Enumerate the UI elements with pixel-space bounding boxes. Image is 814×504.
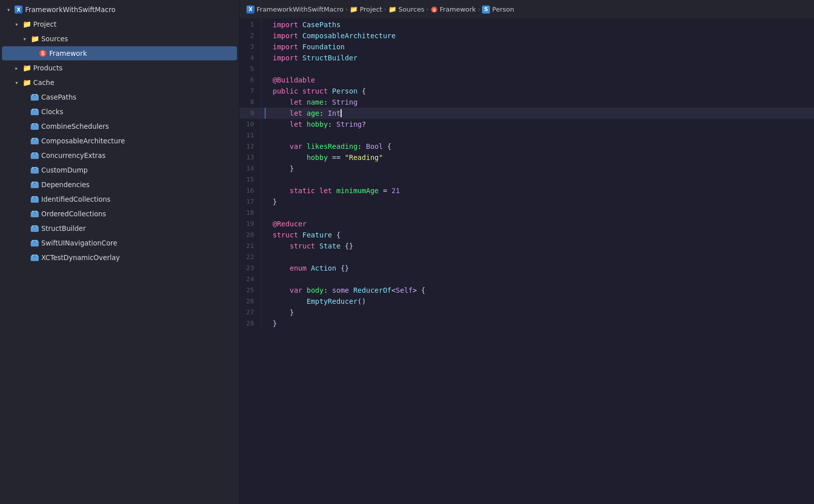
disclosure-triangle[interactable]: ▾ [21,36,28,42]
breadcrumb-item-xcode[interactable]: XFrameworkWithSwiftMacro [247,6,344,14]
disclosure-triangle[interactable]: ▾ [13,80,20,86]
line-number: 21 [239,240,262,251]
line-gutter [262,74,266,86]
package-icon [30,253,39,262]
code-line[interactable]: 7public struct Person { [239,86,814,97]
line-number: 1 [239,19,262,30]
breadcrumb-item-framework[interactable]: SFramework [431,6,476,13]
code-line[interactable]: 2import ComposableArchitecture [239,30,814,41]
code-line[interactable]: 13 hobby == "Reading" [239,152,814,163]
code-line[interactable]: 21 struct State {} [239,240,814,251]
breadcrumb-item-person[interactable]: SPerson [482,6,514,14]
code-line[interactable]: 10 let hobby: String? [239,119,814,130]
sidebar-item-label: CustomDump [41,166,88,174]
line-number: 28 [239,318,262,329]
line-gutter [262,185,266,196]
sidebar-item-orderedcollections[interactable]: OrderedCollections [2,207,237,221]
sidebar-item-label: StructBuilder [41,224,86,232]
sidebar-item-project[interactable]: ▾📁Project [2,17,237,31]
sidebar-item-clocks[interactable]: Clocks [2,105,237,119]
sidebar-item-label: CasePaths [41,93,76,101]
code-line[interactable]: 9 let age: Int [239,108,814,119]
sidebar-item-identifiedcollections[interactable]: IdentifiedCollections [2,192,237,206]
sidebar-item-dependencies[interactable]: Dependencies [2,178,237,192]
line-content [266,207,814,218]
code-view[interactable]: 1import CasePaths2import ComposableArchi… [239,19,814,504]
sidebar-item-casepaths[interactable]: CasePaths [2,90,237,104]
line-content: var likesReading: Bool { [266,141,814,152]
line-gutter [262,86,266,97]
line-content: public struct Person { [266,86,814,97]
sidebar-item-label: Products [33,64,62,72]
line-content: let name: String [266,97,814,108]
line-number: 25 [239,285,262,296]
code-line[interactable]: 4import StructBuilder [239,52,814,63]
code-line[interactable]: 11 [239,130,814,141]
sidebar-item-products[interactable]: ▸📁Products [2,61,237,75]
disclosure-triangle[interactable]: ▾ [13,22,20,27]
line-gutter [262,130,266,141]
line-gutter [262,251,266,263]
svg-rect-19 [33,168,36,169]
line-gutter [262,163,266,174]
code-line[interactable]: 27 } [239,307,814,318]
line-number: 18 [239,207,262,218]
breadcrumb-separator: › [384,6,386,13]
sidebar-item-structbuilder[interactable]: StructBuilder [2,221,237,235]
line-content: var body: some ReducerOf<Self> { [266,285,814,296]
sidebar-item-concurrencyextras[interactable]: ConcurrencyExtras [2,148,237,162]
code-line[interactable]: 1import CasePaths [239,19,814,30]
package-icon [30,122,39,131]
code-line[interactable]: 17} [239,196,814,207]
svg-rect-13 [33,139,36,140]
code-line[interactable]: 12 var likesReading: Bool { [239,141,814,152]
breadcrumb-item-sources[interactable]: 📁Sources [388,6,424,13]
code-line[interactable]: 20struct Feature { [239,229,814,240]
code-line[interactable]: 26 EmptyReducer() [239,296,814,307]
line-content: } [266,163,814,174]
line-gutter [262,119,266,130]
disclosure-triangle[interactable]: ▸ [13,65,20,71]
code-line[interactable]: 6@Buildable [239,74,814,86]
sidebar-item-label: CombineSchedulers [41,122,109,130]
sidebar-item-framework[interactable]: SFramework [2,46,237,60]
breadcrumb-label: Person [492,6,514,13]
sidebar-item-customdump[interactable]: CustomDump [2,163,237,177]
line-content: @Reducer [266,218,814,229]
sidebar-item-swiftuinavcore[interactable]: SwiftUINavigationCore [2,236,237,250]
line-content: struct State {} [266,240,814,251]
svg-rect-37 [33,256,36,257]
code-line[interactable]: 14 } [239,163,814,174]
code-line[interactable]: 16 static let minimumAge = 21 [239,185,814,196]
disclosure-triangle[interactable]: ▾ [5,7,12,13]
code-line[interactable]: 8 let name: String [239,97,814,108]
svg-text:S: S [41,51,45,56]
code-line[interactable]: 24 [239,274,814,285]
sidebar-item-root[interactable]: ▾XFrameworkWithSwiftMacro [2,3,237,17]
code-line[interactable]: 25 var body: some ReducerOf<Self> { [239,285,814,296]
sidebar-item-cache[interactable]: ▾📁Cache [2,75,237,90]
line-content: EmptyReducer() [266,296,814,307]
code-line[interactable]: 19@Reducer [239,218,814,229]
package-icon [30,195,39,204]
code-line[interactable]: 3import Foundation [239,41,814,52]
code-line[interactable]: 22 [239,251,814,263]
package-icon [30,209,39,218]
line-content [266,130,814,141]
breadcrumb-separator: › [478,6,480,13]
sidebar-item-xctestdynamicoverlay[interactable]: XCTestDynamicOverlay [2,250,237,265]
breadcrumb-label: FrameworkWithSwiftMacro [257,6,344,13]
code-line[interactable]: 5 [239,63,814,74]
sidebar-item-combineschedulers[interactable]: CombineSchedulers [2,119,237,133]
line-content [266,274,814,285]
sidebar-item-composablearch[interactable]: ComposableArchitecture [2,134,237,148]
line-number: 5 [239,63,262,74]
line-gutter [262,196,266,207]
code-line[interactable]: 23 enum Action {} [239,263,814,274]
code-line[interactable]: 15 [239,174,814,185]
code-line[interactable]: 28} [239,318,814,329]
line-content: let age: Int [266,108,814,119]
breadcrumb-item-project[interactable]: 📁Project [350,6,382,13]
sidebar-item-sources[interactable]: ▾📁Sources [2,32,237,46]
code-line[interactable]: 18 [239,207,814,218]
